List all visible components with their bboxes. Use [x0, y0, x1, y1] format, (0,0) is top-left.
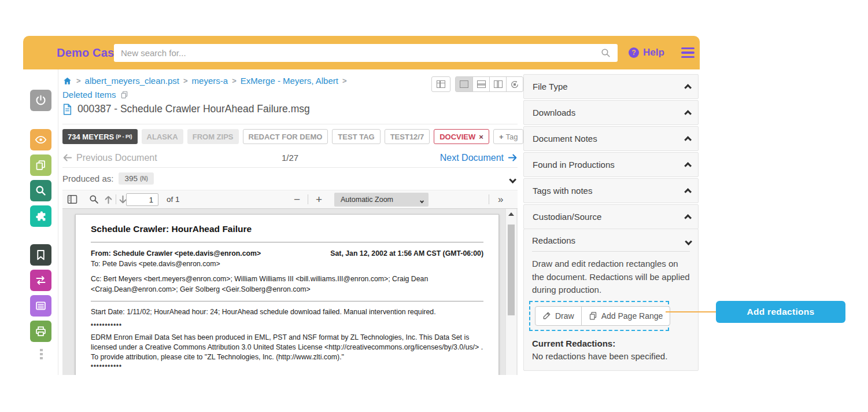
- redactions-panel: Redactions Draw and edit redaction recta…: [523, 229, 699, 371]
- breadcrumb-separator: >: [232, 76, 237, 85]
- page-number-input[interactable]: [126, 193, 158, 206]
- production-number-badge[interactable]: 395 (N): [119, 172, 153, 185]
- draw-icon: [542, 311, 551, 320]
- breadcrumb-separator: >: [76, 76, 81, 85]
- search-tool-button[interactable]: [30, 180, 51, 201]
- section-document-notes[interactable]: Document Notes: [523, 126, 699, 151]
- email-header: From: Schedule Crawler <pete.davis@enron…: [91, 248, 483, 295]
- search-input[interactable]: [114, 48, 601, 58]
- find-button[interactable]: [89, 190, 99, 208]
- redactions-title: Redactions: [532, 236, 575, 245]
- tag-test12-7[interactable]: TEST12/7: [385, 129, 430, 144]
- sidebar-layout-button[interactable]: [431, 76, 450, 92]
- breadcrumb-item-pst[interactable]: albert_meyers_clean.pst: [85, 76, 179, 86]
- redactions-highlight-box: Draw Add Page Range: [529, 301, 669, 331]
- menu-icon[interactable]: [681, 47, 695, 58]
- email-date: Sat, Jan 12, 2002 at 1:56 AM CST (GMT-06…: [330, 248, 483, 259]
- chevron-up-icon: [684, 110, 692, 117]
- chevron-up-icon: [684, 136, 692, 144]
- duplicates-button[interactable]: [30, 154, 51, 176]
- toggle-sidebar-button[interactable]: [67, 190, 77, 208]
- horizontal-split-button[interactable]: [472, 77, 489, 91]
- add-tag-button[interactable]: + Tag: [493, 129, 524, 144]
- single-pane-button[interactable]: [456, 77, 472, 91]
- addons-button[interactable]: [30, 205, 51, 227]
- add-tag-label: Tag: [506, 133, 518, 141]
- section-label: Document Notes: [533, 134, 597, 144]
- copy-path-icon[interactable]: [120, 90, 128, 99]
- magnifier-icon: [35, 185, 47, 197]
- print-button[interactable]: [30, 321, 51, 342]
- view-button[interactable]: [30, 129, 51, 150]
- copy-pages-icon: [35, 159, 47, 171]
- transfer-button[interactable]: [30, 270, 51, 291]
- section-label: File Type: [533, 82, 568, 91]
- horizontal-split-icon: [477, 80, 486, 88]
- email-body: Start Date: 1/11/02; HourAhead hour: 24;…: [91, 307, 483, 318]
- redactions-header[interactable]: Redactions: [532, 236, 690, 252]
- section-label: Tags with notes: [533, 186, 592, 196]
- document-title: 000387 - Schedule Crawler HourAhead Fail…: [77, 103, 310, 115]
- section-file-type[interactable]: File Type: [523, 74, 699, 99]
- zoom-out-button[interactable]: −: [294, 190, 300, 208]
- breadcrumb-item-meyers-a[interactable]: meyers-a: [192, 76, 228, 86]
- bookmarks-button[interactable]: [30, 244, 51, 266]
- tag-primary[interactable]: 734 MEYERS (P - PI): [62, 129, 138, 144]
- tag-alaska[interactable]: ALASKA: [142, 129, 183, 144]
- section-label: Downloads: [533, 108, 575, 117]
- tag-test-tag[interactable]: TEST TAG: [332, 129, 380, 144]
- document-pane: > albert_meyers_clean.pst > meyers-a > E…: [62, 69, 518, 375]
- section-downloads[interactable]: Downloads: [523, 100, 699, 125]
- help-icon: ?: [629, 47, 639, 58]
- zoom-select[interactable]: Automatic Zoom: [334, 193, 429, 207]
- case-name[interactable]: Demo Case: [57, 36, 121, 69]
- zoom-in-button[interactable]: +: [316, 190, 322, 208]
- top-bar: Demo Case ? Help: [23, 36, 700, 69]
- previous-page-button[interactable]: [104, 190, 113, 208]
- divider: [91, 301, 483, 301]
- breadcrumb-item-deleted-items[interactable]: Deleted Items: [62, 90, 116, 100]
- toolbar-separator: [308, 194, 308, 204]
- home-icon[interactable]: [62, 76, 72, 86]
- document-page: Schedule Crawler: HourAhead Failure From…: [75, 214, 499, 375]
- chevron-up-icon: [684, 188, 692, 196]
- tag-docview[interactable]: DOCVIEW ×: [434, 129, 489, 144]
- pdf-viewer: Schedule Crawler: HourAhead Failure From…: [62, 209, 518, 375]
- document-pager: 1/27 Previous Document Next Document: [62, 152, 518, 168]
- viewer-scrollbar[interactable]: [505, 209, 516, 375]
- rotate-view-button[interactable]: [506, 77, 523, 91]
- search-icon[interactable]: [601, 48, 611, 58]
- chevron-down-icon: [685, 238, 692, 245]
- list-view-button[interactable]: [30, 295, 51, 317]
- current-redactions-empty: No redactions have been specified.: [532, 351, 690, 361]
- section-label: Found in Productions: [533, 160, 615, 170]
- tag-from-zips[interactable]: FROM ZIPS: [187, 129, 239, 144]
- scroll-up-icon[interactable]: [508, 212, 514, 216]
- left-toolbar: [23, 69, 58, 375]
- breadcrumb-item-exmerge[interactable]: ExMerge - Meyers, Albert: [241, 76, 338, 86]
- power-button[interactable]: [30, 90, 51, 111]
- file-icon: [62, 104, 72, 115]
- sidebar-layout-icon: [437, 80, 445, 88]
- power-icon: [35, 94, 47, 106]
- scrollbar-thumb[interactable]: [508, 225, 515, 315]
- draw-redaction-button[interactable]: Draw: [535, 306, 582, 326]
- search-bar[interactable]: [114, 44, 618, 62]
- find-icon: [89, 194, 99, 204]
- callout-label: Add redactions: [747, 307, 814, 317]
- tag-redact-for-demo[interactable]: REDACT FOR DEMO: [243, 129, 328, 144]
- toolbar-more-button[interactable]: »: [498, 190, 503, 208]
- add-page-range-button[interactable]: Add Page Range: [581, 306, 671, 326]
- section-tags-with-notes[interactable]: Tags with notes: [523, 178, 699, 203]
- page-position: 1/27: [62, 153, 518, 163]
- section-custodian-source[interactable]: Custodian/Source: [523, 204, 699, 229]
- separator-stars: ***********: [91, 364, 483, 370]
- divider: [91, 242, 483, 242]
- help-button[interactable]: ? Help: [629, 36, 664, 69]
- more-tools-icon[interactable]: [38, 349, 45, 359]
- vertical-split-button[interactable]: [489, 77, 506, 91]
- expand-produced-icon[interactable]: [509, 176, 516, 183]
- production-qualifier: (N): [140, 175, 148, 182]
- section-found-in-productions[interactable]: Found in Productions: [523, 152, 699, 177]
- remove-tag-icon[interactable]: ×: [479, 133, 483, 141]
